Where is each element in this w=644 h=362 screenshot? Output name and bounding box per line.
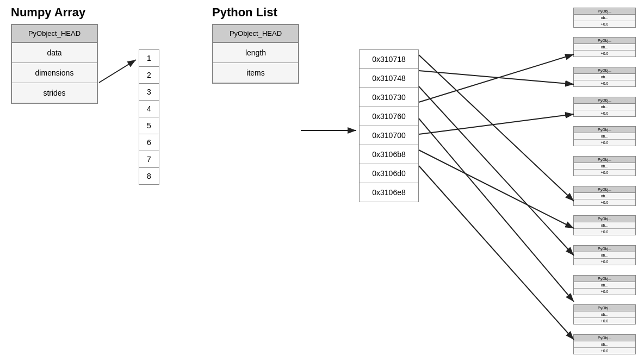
mini-box-row-ob-5: ob... [574,163,635,170]
numpy-title: Numpy Array [11,5,98,20]
mini-box-row-val-10: +0.0 [574,318,635,324]
svg-line-9 [419,150,574,228]
mini-box-header-10: PyObj... [574,305,635,311]
mini-box-6: PyObj... ob... +0.0 [573,186,636,206]
mini-box-row-ob-10: ob... [574,311,635,318]
data-array: 1 2 3 4 5 6 7 8 [139,50,159,185]
numpy-section: Numpy Array PyObject_HEAD data dimension… [11,5,98,104]
mini-box-row-ob-2: ob... [574,74,635,80]
mini-box-row-val-5: +0.0 [574,170,635,176]
mini-box-row-ob-9: ob... [574,282,635,289]
numpy-row-data: data [12,43,97,63]
svg-line-3 [419,55,574,201]
mini-box-header-3: PyObj... [574,97,635,104]
mini-box-row-ob-4: ob... [574,133,635,140]
mini-box-row-ob-3: ob... [574,104,635,110]
numpy-header: PyObject_HEAD [12,25,97,43]
mini-box-row-ob-6: ob... [574,193,635,199]
mini-box-4: PyObj... ob... +0.0 [573,126,636,146]
svg-line-4 [419,71,574,84]
items-cell-7: 0x3106e8 [359,183,419,202]
mini-box-9: PyObj... ob... +0.0 [573,275,636,295]
svg-line-1 [99,60,136,83]
svg-line-10 [419,166,574,340]
numpy-row-strides: strides [12,83,97,103]
right-boxes: PyObj... ob... +0.0 PyObj... ob... +0.0 … [573,0,644,362]
data-cell-1: 1 [139,49,159,67]
items-cell-6: 0x3106d0 [359,164,419,183]
mini-box-row-val-0: +0.0 [574,21,635,27]
mini-box-0: PyObj... ob... +0.0 [573,8,636,28]
numpy-row-dimensions: dimensions [12,63,97,83]
python-header: PyObject_HEAD [213,25,298,43]
mini-box-row-ob-7: ob... [574,222,635,229]
mini-box-row-val-2: +0.0 [574,80,635,86]
mini-box-header-8: PyObj... [574,246,635,252]
mini-box-7: PyObj... ob... +0.0 [573,215,636,235]
items-cell-3: 0x310760 [359,107,419,126]
mini-box-header-1: PyObj... [574,38,635,44]
python-title: Python List [212,5,299,20]
numpy-struct-box: PyObject_HEAD data dimensions strides [11,24,98,104]
items-cell-5: 0x3106b8 [359,145,419,164]
mini-box-header-7: PyObj... [574,216,635,222]
items-cell-1: 0x310748 [359,68,419,88]
mini-box-5: PyObj... ob... +0.0 [573,156,636,176]
items-cell-2: 0x310730 [359,88,419,107]
mini-box-row-ob-0: ob... [574,15,635,21]
data-cell-2: 2 [139,66,159,84]
data-cell-5: 5 [139,117,159,134]
mini-box-11: PyObj... ob... +0.0 [573,334,636,354]
svg-line-7 [419,118,574,302]
mini-box-row-val-9: +0.0 [574,289,635,295]
mini-box-10: PyObj... ob... +0.0 [573,304,636,324]
mini-box-header-11: PyObj... [574,335,635,341]
mini-box-row-val-4: +0.0 [574,140,635,146]
data-cell-7: 7 [139,151,159,168]
mini-box-header-9: PyObj... [574,276,635,282]
python-struct-box: PyObject_HEAD length items [212,24,299,84]
mini-box-row-ob-8: ob... [574,252,635,259]
python-section: Python List PyObject_HEAD length items [212,5,299,84]
svg-line-5 [419,86,574,255]
diagram-container: Numpy Array PyObject_HEAD data dimension… [0,0,644,362]
data-cell-8: 8 [139,167,159,185]
mini-box-row-val-7: +0.0 [574,229,635,235]
mini-box-header-0: PyObj... [574,8,635,15]
python-row-items: items [213,63,298,83]
mini-box-header-4: PyObj... [574,127,635,133]
python-row-length: length [213,43,298,63]
mini-box-2: PyObj... ob... +0.0 [573,67,636,87]
data-cell-3: 3 [139,83,159,101]
mini-box-row-val-1: +0.0 [574,51,635,57]
svg-line-8 [419,114,574,134]
items-cell-4: 0x310700 [359,126,419,145]
mini-box-8: PyObj... ob... +0.0 [573,245,636,265]
mini-box-header-5: PyObj... [574,157,635,163]
mini-box-row-ob-1: ob... [574,44,635,51]
mini-box-3: PyObj... ob... +0.0 [573,97,636,117]
mini-box-1: PyObj... ob... +0.0 [573,37,636,57]
mini-box-row-val-8: +0.0 [574,259,635,265]
items-array: 0x310718 0x310748 0x310730 0x310760 0x31… [359,50,419,202]
items-cell-0: 0x310718 [359,49,419,69]
mini-box-row-val-3: +0.0 [574,110,635,116]
data-cell-6: 6 [139,134,159,151]
data-cell-4: 4 [139,100,159,117]
mini-box-header-2: PyObj... [574,67,635,74]
svg-line-6 [419,54,574,102]
mini-box-row-val-6: +0.0 [574,199,635,205]
mini-box-row-val-11: +0.0 [574,348,635,354]
mini-box-header-6: PyObj... [574,186,635,193]
mini-box-row-ob-11: ob... [574,341,635,348]
